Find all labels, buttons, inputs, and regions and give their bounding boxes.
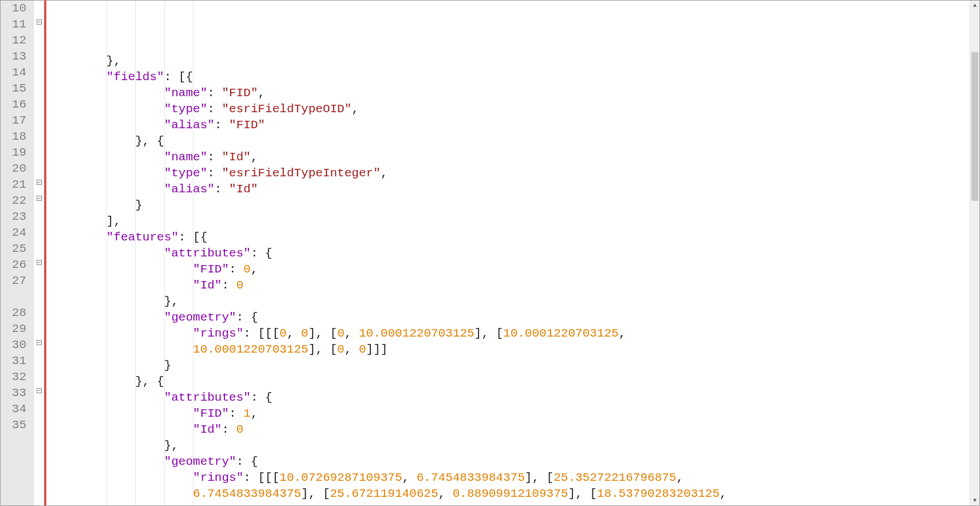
fold-slot — [34, 209, 44, 225]
code-area[interactable]: }, "fields": [{ "name": "FID", "type": "… — [46, 1, 970, 505]
token-punc: : — [207, 86, 222, 100]
token-num: 25.35272216796875 — [554, 471, 676, 484]
token-punc: , — [251, 263, 258, 276]
code-line[interactable] — [46, 502, 970, 505]
token-strval: "FID" — [222, 86, 258, 100]
code-line[interactable]: "rings": [[[10.07269287109375, 6.7454833… — [46, 470, 970, 486]
line-number: 25 — [1, 241, 29, 257]
code-line[interactable]: }, { — [46, 133, 970, 149]
code-line[interactable]: "alias": "FID" — [46, 117, 970, 133]
token-punc — [49, 263, 193, 276]
token-num: 0 — [236, 423, 244, 436]
token-punc: , — [381, 167, 388, 180]
token-punc: : { — [251, 391, 272, 404]
code-line[interactable]: "FID": 1, — [46, 406, 970, 422]
code-line[interactable]: "fields": [{ — [46, 69, 970, 85]
code-line[interactable]: } — [46, 358, 970, 374]
scroll-up-icon[interactable]: ▲ — [970, 1, 979, 10]
token-strval: "esriFieldTypeOID" — [222, 102, 351, 116]
line-number: 16 — [1, 97, 29, 113]
fold-toggle-icon[interactable] — [37, 340, 42, 345]
token-punc: }, — [49, 54, 121, 68]
token-punc — [49, 343, 193, 356]
fold-slot — [34, 225, 44, 241]
fold-slot — [34, 65, 44, 81]
code-line[interactable]: }, — [46, 53, 970, 69]
token-key: "geometry" — [164, 311, 236, 324]
token-key: "geometry" — [164, 455, 236, 468]
token-punc — [49, 279, 193, 292]
code-line[interactable]: "rings": [[[0, 0], [0, 10.0001220703125]… — [46, 326, 970, 342]
fold-toggle-icon[interactable] — [37, 260, 42, 265]
code-line[interactable]: "alias": "Id" — [46, 181, 970, 197]
fold-slot — [34, 353, 44, 369]
vertical-scrollbar[interactable]: ▲ ▼ — [970, 1, 979, 505]
code-line[interactable]: "Id": 0 — [46, 422, 970, 438]
fold-slot — [34, 97, 44, 113]
code-line[interactable]: "type": "esriFieldTypeInteger", — [46, 165, 970, 181]
code-line[interactable]: }, — [46, 294, 970, 310]
line-number: 29 — [1, 321, 29, 337]
scroll-down-icon[interactable]: ▼ — [970, 496, 979, 505]
token-punc: : { — [236, 311, 258, 324]
token-num: 10.0001220703125 — [503, 327, 619, 340]
token-key: "rings" — [193, 471, 243, 484]
fold-toggle-icon[interactable] — [37, 196, 42, 201]
line-number: 21 — [1, 177, 29, 193]
fold-slot — [34, 369, 44, 385]
code-line[interactable]: "name": "FID", — [46, 85, 970, 101]
token-punc: : — [215, 118, 229, 132]
line-number: 31 — [1, 353, 29, 369]
fold-toggle-icon[interactable] — [37, 180, 42, 185]
token-num: 6.7454833984375 — [193, 487, 301, 500]
token-key: "type" — [164, 167, 208, 180]
code-line[interactable]: "name": "Id", — [46, 149, 970, 165]
code-line[interactable]: "geometry": { — [46, 310, 970, 326]
scroll-thumb[interactable] — [971, 52, 978, 201]
token-num: 10.0001220703125 — [193, 343, 309, 356]
fold-toggle-icon[interactable] — [37, 19, 42, 25]
token-punc: : — [222, 423, 236, 436]
line-number: 11 — [1, 17, 29, 33]
code-line[interactable]: 6.7454833984375], [25.672119140625, 0.88… — [46, 486, 970, 502]
token-punc — [49, 503, 193, 505]
token-num: 25.672119140625 — [330, 487, 438, 500]
token-strval: "FID" — [229, 118, 265, 132]
line-number: 33 — [1, 385, 29, 401]
token-punc: : — [215, 183, 229, 196]
token-punc: , — [619, 327, 626, 340]
code-line[interactable]: }, — [46, 438, 970, 454]
token-strval: "Id" — [229, 183, 258, 196]
line-number: 30 — [1, 337, 29, 353]
line-number: 24 — [1, 225, 29, 241]
token-num: 18.53790283203125 — [597, 487, 720, 500]
token-key: "name" — [164, 86, 208, 100]
fold-gutter[interactable] — [34, 1, 44, 505]
code-line[interactable]: "Id": 0 — [46, 278, 970, 294]
token-punc: , — [402, 471, 417, 484]
fold-toggle-icon[interactable] — [37, 388, 42, 393]
code-line[interactable]: ], — [46, 214, 970, 230]
code-line[interactable]: 10.0001220703125], [0, 0]]] — [46, 342, 970, 358]
token-punc: : — [229, 407, 243, 420]
token-key: "FID" — [193, 407, 229, 420]
fold-slot — [34, 417, 44, 433]
code-line[interactable]: "type": "esriFieldTypeOID", — [46, 101, 970, 117]
fold-slot — [34, 449, 44, 465]
code-line[interactable]: } — [46, 197, 970, 214]
token-punc: : — [222, 279, 236, 292]
fold-slot — [34, 33, 44, 49]
token-punc — [49, 231, 106, 244]
code-line[interactable]: "attributes": { — [46, 246, 970, 262]
fold-slot — [34, 305, 44, 321]
line-number — [1, 449, 29, 465]
code-line[interactable]: "FID": 0, — [46, 262, 970, 278]
code-line[interactable]: "geometry": { — [46, 454, 970, 470]
token-key: "alias" — [164, 183, 215, 196]
code-line[interactable]: "features": [{ — [46, 230, 970, 246]
line-number: 19 — [1, 145, 29, 161]
code-line[interactable]: "attributes": { — [46, 390, 970, 406]
code-line[interactable]: }, { — [46, 374, 970, 390]
token-punc — [49, 70, 106, 84]
line-number: 32 — [1, 369, 29, 385]
